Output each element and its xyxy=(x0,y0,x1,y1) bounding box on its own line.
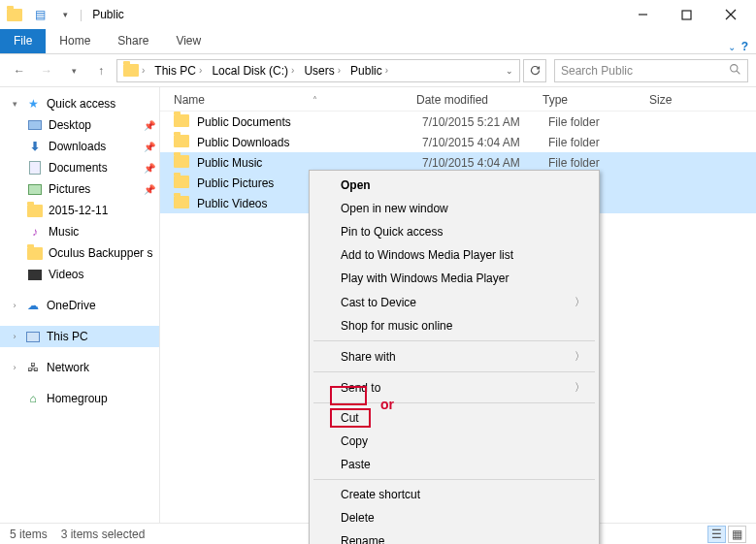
context-menu-item[interactable]: Paste xyxy=(312,453,597,476)
context-menu-item[interactable]: Copy xyxy=(312,430,597,453)
context-menu-label: Add to Windows Media Player list xyxy=(341,248,513,262)
ribbon-expand-icon[interactable]: ⌄ xyxy=(728,42,736,52)
folder-icon xyxy=(4,4,25,25)
annotation-box-copy xyxy=(330,408,371,428)
refresh-button[interactable] xyxy=(523,59,546,82)
folder-icon xyxy=(27,245,43,261)
column-size[interactable]: Size xyxy=(649,93,707,107)
table-row[interactable]: Public Downloads7/10/2015 4:04 AMFile fo… xyxy=(160,132,756,152)
file-name: Public Music xyxy=(197,156,422,170)
chevron-right-icon: 〉 xyxy=(575,380,585,395)
sidebar-item-desktop[interactable]: Desktop📌 xyxy=(0,114,159,136)
sidebar-item-downloads[interactable]: ⬇Downloads📌 xyxy=(0,136,159,157)
context-menu-item[interactable]: Create shortcut xyxy=(312,483,597,506)
sidebar-item-videos[interactable]: Videos xyxy=(0,264,159,285)
context-menu-item[interactable]: Add to Windows Media Player list xyxy=(312,243,597,267)
context-menu-label: Paste xyxy=(341,458,371,471)
column-type[interactable]: Type xyxy=(542,93,649,107)
sidebar-item-folder[interactable]: 2015-12-11 xyxy=(0,200,159,221)
search-input[interactable]: Search Public xyxy=(554,59,748,82)
column-date[interactable]: Date modified xyxy=(416,93,542,107)
table-row[interactable]: Public Documents7/10/2015 5:21 AMFile fo… xyxy=(160,112,756,132)
sidebar-network[interactable]: ›🖧Network xyxy=(0,357,159,378)
context-menu-item[interactable]: Open in new window xyxy=(312,197,597,220)
star-icon: ★ xyxy=(25,96,41,112)
sidebar-this-pc[interactable]: ›This PC xyxy=(0,326,159,347)
address-dropdown-icon[interactable]: ⌄ xyxy=(502,66,517,76)
context-menu-item[interactable]: Shop for music online xyxy=(312,314,597,337)
tab-share[interactable]: Share xyxy=(104,29,162,53)
file-type: File folder xyxy=(548,156,655,170)
close-button[interactable] xyxy=(708,1,752,28)
column-name[interactable]: Name˄ xyxy=(174,93,416,107)
file-name: Public Documents xyxy=(197,115,422,129)
qat-dropdown-icon[interactable]: ▾ xyxy=(54,4,76,25)
status-count: 5 items xyxy=(10,528,48,541)
folder-icon xyxy=(27,203,43,218)
breadcrumb[interactable]: This PC › xyxy=(150,62,206,80)
chevron-right-icon: 〉 xyxy=(575,295,585,309)
chevron-right-icon: 〉 xyxy=(575,349,585,364)
sidebar-item-music[interactable]: ♪Music xyxy=(0,221,159,242)
cloud-icon: ☁ xyxy=(25,298,41,313)
back-button[interactable]: ← xyxy=(8,59,31,82)
maximize-button[interactable] xyxy=(665,1,708,28)
context-menu-item[interactable]: Share with〉 xyxy=(312,344,597,368)
minimize-button[interactable] xyxy=(621,1,665,28)
window-title: Public xyxy=(92,8,124,21)
context-menu-item[interactable]: Delete xyxy=(312,506,597,529)
search-placeholder: Search Public xyxy=(561,64,633,78)
context-menu-label: Shop for music online xyxy=(341,319,452,333)
tab-view[interactable]: View xyxy=(162,29,214,53)
context-menu-separator xyxy=(313,340,595,341)
folder-icon xyxy=(174,155,191,171)
svg-point-4 xyxy=(731,64,738,71)
ribbon-tabs: File Home Share View ⌄ ? xyxy=(0,29,756,54)
pin-icon: 📌 xyxy=(144,142,155,152)
sidebar-onedrive[interactable]: ›☁OneDrive xyxy=(0,295,159,316)
context-menu-label: Open xyxy=(341,178,371,192)
desktop-icon xyxy=(27,117,43,133)
context-menu-item[interactable]: Pin to Quick access xyxy=(312,220,597,243)
breadcrumb[interactable]: Users › xyxy=(300,62,345,80)
context-menu-label: Create shortcut xyxy=(341,488,420,501)
svg-rect-1 xyxy=(682,11,691,19)
search-icon[interactable] xyxy=(729,63,741,79)
file-type: File folder xyxy=(548,136,655,149)
pin-icon: 📌 xyxy=(144,163,155,174)
details-view-icon[interactable]: ☰ xyxy=(707,526,726,543)
file-name: Public Downloads xyxy=(197,136,422,149)
forward-button[interactable]: → xyxy=(35,59,58,82)
large-icons-view-icon[interactable]: ▦ xyxy=(728,526,746,543)
pc-icon xyxy=(25,329,41,344)
sidebar-homegroup[interactable]: ⌂Homegroup xyxy=(0,388,159,409)
context-menu-label: Copy xyxy=(341,434,368,448)
sidebar-item-documents[interactable]: Documents📌 xyxy=(0,157,159,178)
context-menu-item[interactable]: Open xyxy=(312,174,597,197)
help-icon[interactable]: ? xyxy=(741,40,748,53)
document-icon xyxy=(27,160,43,176)
pin-icon: 📌 xyxy=(144,184,155,195)
music-icon: ♪ xyxy=(27,224,43,240)
up-button[interactable]: ↑ xyxy=(89,59,113,82)
sidebar-item-folder[interactable]: Oculus Backupper s xyxy=(0,242,159,264)
sidebar-item-pictures[interactable]: Pictures📌 xyxy=(0,178,159,200)
context-menu-label: Cast to Device xyxy=(341,296,416,309)
sidebar-quick-access[interactable]: ▾★Quick access xyxy=(0,93,159,114)
address-bar[interactable]: › This PC › Local Disk (C:) › Users › Pu… xyxy=(116,59,520,82)
context-menu-item[interactable]: Rename xyxy=(312,529,597,544)
breadcrumb-root-icon[interactable]: › xyxy=(119,62,148,79)
tab-home[interactable]: Home xyxy=(46,29,104,53)
context-menu-label: Pin to Quick access xyxy=(341,225,443,239)
recent-dropdown-icon[interactable]: ▾ xyxy=(62,59,85,82)
context-menu-item[interactable]: Play with Windows Media Player xyxy=(312,267,597,290)
folder-icon xyxy=(174,176,191,191)
qat-properties-icon[interactable]: ▤ xyxy=(29,4,50,25)
breadcrumb[interactable]: Public › xyxy=(346,62,392,80)
breadcrumb[interactable]: Local Disk (C:) › xyxy=(208,62,298,80)
file-date: 7/10/2015 4:04 AM xyxy=(422,156,548,170)
context-menu-item[interactable]: Cast to Device〉 xyxy=(312,290,597,314)
context-menu: OpenOpen in new windowPin to Quick acces… xyxy=(309,170,600,544)
tab-file[interactable]: File xyxy=(0,29,46,53)
annotation-or-label: or xyxy=(380,397,394,412)
